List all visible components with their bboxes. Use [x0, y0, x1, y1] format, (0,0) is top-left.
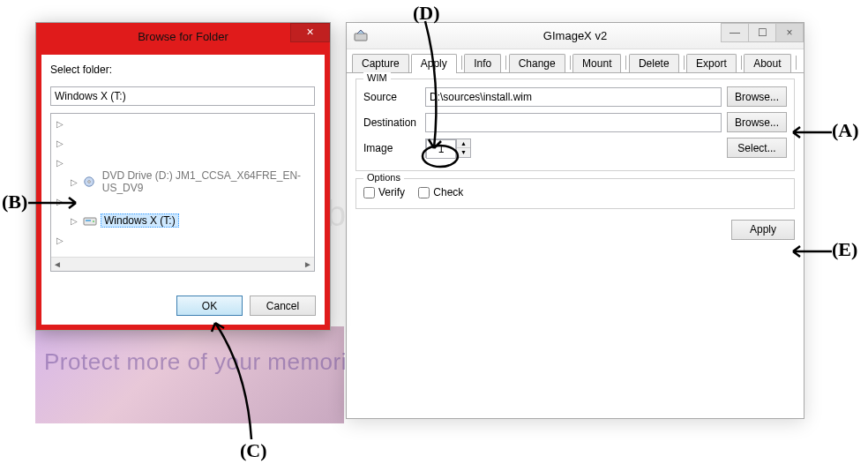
svg-rect-5: [355, 34, 367, 41]
expand-icon[interactable]: ▷: [56, 197, 65, 206]
verify-checkbox[interactable]: Verify: [363, 186, 405, 198]
browse-destination-button[interactable]: Browse...: [727, 112, 787, 132]
app-titlebar[interactable]: GImageX v2 — ☐ ×: [347, 23, 804, 49]
tab-delete[interactable]: Delete: [629, 54, 679, 72]
tab-change[interactable]: Change: [509, 54, 565, 72]
expand-icon[interactable]: ▷: [56, 119, 65, 129]
expand-icon[interactable]: ▷: [56, 236, 65, 245]
destination-label: Destination: [363, 116, 420, 129]
horizontal-scrollbar[interactable]: ◄►: [51, 257, 314, 271]
tab-bar: Capture Apply Info Change Mount Delete E…: [347, 49, 804, 73]
image-value-input[interactable]: [426, 139, 456, 159]
maximize-icon[interactable]: ☐: [748, 23, 776, 42]
svg-point-4: [93, 221, 94, 222]
destination-input[interactable]: [425, 113, 722, 132]
check-checkbox[interactable]: Check: [418, 186, 463, 198]
folder-combo[interactable]: Windows X (T:): [50, 86, 315, 106]
options-group: Options Verify Check: [355, 178, 795, 209]
svg-rect-3: [86, 220, 91, 221]
cancel-button[interactable]: Cancel: [250, 296, 316, 316]
tab-info[interactable]: Info: [464, 54, 501, 72]
browse-instruction: Select folder:: [50, 64, 316, 76]
image-label: Image: [363, 142, 420, 154]
image-spinner[interactable]: ▲▼: [425, 138, 471, 158]
tab-export[interactable]: Export: [686, 54, 737, 72]
tree-item-label: DVD Drive (D:) JM1_CCSA_X64FRE_EN-US_DV9: [100, 169, 314, 194]
browse-source-button[interactable]: Browse...: [727, 86, 787, 107]
expand-icon[interactable]: ▷: [56, 158, 65, 168]
tab-about[interactable]: About: [744, 54, 790, 72]
ok-button[interactable]: OK: [176, 296, 243, 316]
apply-button[interactable]: Apply: [731, 220, 795, 240]
tab-capture[interactable]: Capture: [352, 54, 409, 72]
options-legend: Options: [363, 172, 404, 183]
tree-item-dvd[interactable]: ▷ DVD Drive (D:) JM1_CCSA_X64FRE_EN-US_D…: [51, 172, 314, 191]
app-icon: [352, 27, 370, 45]
folder-tree[interactable]: ▷ ▷ ▷ ▷ DVD Drive (D:) JM1_CCSA_X64FRE_E…: [50, 113, 315, 272]
annotation-c: (C): [240, 439, 267, 462]
annotation-e: (E): [832, 238, 857, 261]
minimize-icon[interactable]: —: [721, 23, 749, 42]
annotation-b: (B): [2, 191, 27, 213]
select-image-button[interactable]: Select...: [727, 138, 787, 158]
browse-title: Browse for Folder: [138, 30, 228, 43]
expand-icon[interactable]: ▷: [71, 216, 79, 226]
verify-label: Verify: [378, 186, 405, 198]
tree-item-label: Windows X (T:): [101, 213, 179, 228]
browse-folder-dialog: Browse for Folder × Select folder: Windo…: [35, 22, 331, 331]
drive-icon: [83, 213, 97, 228]
source-label: Source: [363, 91, 420, 103]
close-icon[interactable]: ×: [290, 23, 330, 42]
gimagex-window: GImageX v2 — ☐ × Capture Apply Info Chan…: [346, 22, 804, 419]
check-checkbox-input[interactable]: [418, 187, 430, 198]
check-label: Check: [433, 186, 463, 198]
app-title: GImageX v2: [543, 29, 607, 42]
close-icon[interactable]: ×: [775, 23, 804, 42]
expand-icon[interactable]: ▷: [56, 138, 65, 148]
disc-icon: [82, 175, 96, 189]
verify-checkbox-input[interactable]: [363, 187, 375, 198]
annotation-a: (A): [832, 119, 859, 142]
svg-point-1: [87, 181, 90, 183]
spinner-down-icon[interactable]: ▼: [457, 148, 470, 157]
browse-titlebar[interactable]: Browse for Folder ×: [36, 23, 330, 49]
expand-icon[interactable]: ▷: [71, 177, 79, 187]
source-input[interactable]: [425, 87, 722, 107]
wim-group: WIM Source Browse... Destination Browse.…: [355, 79, 795, 171]
spinner-up-icon[interactable]: ▲: [457, 139, 470, 149]
folder-combo-value: Windows X (T:): [55, 90, 126, 102]
tab-apply[interactable]: Apply: [411, 54, 457, 73]
wim-legend: WIM: [363, 72, 391, 83]
tab-mount[interactable]: Mount: [572, 54, 621, 72]
tree-item-windows-x[interactable]: ▷ Windows X (T:): [51, 211, 314, 230]
